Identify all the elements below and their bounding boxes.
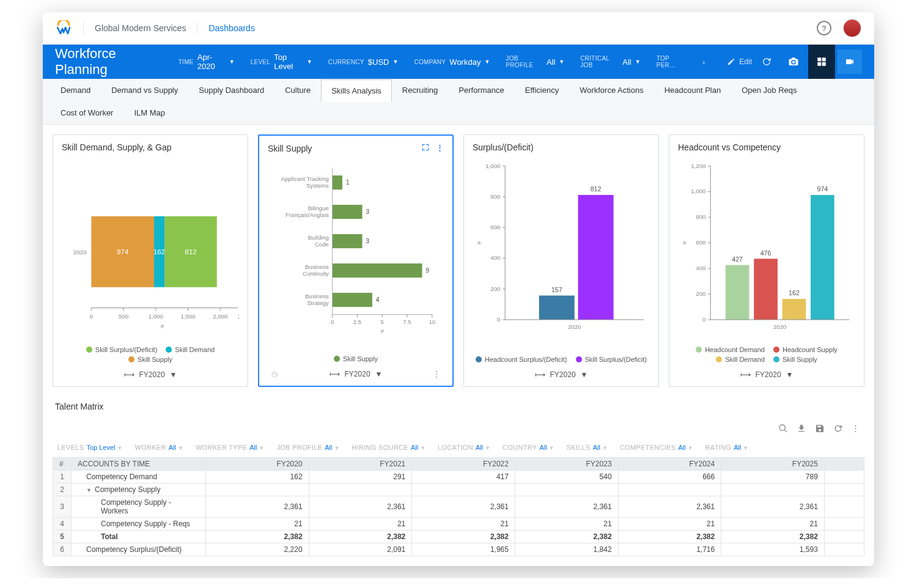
grid-view-button[interactable] [808,45,835,79]
svg-rect-49 [333,263,422,277]
matrix-filter-levels[interactable]: LEVELSTop Level▼ [57,444,122,451]
tab-ilm-map[interactable]: ILM Map [123,101,175,124]
svg-text:2020: 2020 [73,249,86,255]
card-footer-filter[interactable]: ⟼ FY2020 ▼ [678,367,855,383]
tab-headcount-plan[interactable]: Headcount Plan [654,79,732,101]
page-title: Workforce Planning [55,46,168,78]
svg-text:2020: 2020 [773,323,786,330]
svg-text:800: 800 [696,213,705,220]
svg-text:7.5: 7.5 [403,318,411,325]
tab-open-job-reqs[interactable]: Open Job Reqs [731,79,807,101]
filter-currency[interactable]: CURRENCY$USD▼ [328,57,399,67]
svg-text:Français/Anglais: Français/Anglais [285,211,329,218]
svg-text:162: 162 [153,248,165,255]
tab-workforce-actions[interactable]: Workforce Actions [569,79,654,101]
svg-rect-53 [333,293,372,307]
svg-text:1,200: 1,200 [691,163,705,169]
tab-performance[interactable]: Performance [448,79,514,101]
table-row[interactable]: 5Total2,3822,3822,3822,3822,3822,382 [53,531,864,543]
table-row[interactable]: 4Competency Supply - Reqs212121212121 [53,518,864,531]
tab-supply-dashboard[interactable]: Supply Dashboard [188,79,274,101]
matrix-filter-hiring-source[interactable]: HIRING SOURCEAll▼ [352,444,425,451]
svg-text:Business: Business [305,293,329,300]
tab-demand-vs-supply[interactable]: Demand vs Supply [101,79,188,101]
workday-logo[interactable] [55,20,72,37]
card-footer-filter[interactable]: ◷ ⟼ FY2020 ▼ ⋮ [268,366,444,382]
chart-grouped-bar[interactable]: 02004006008001,0001,200#4274761629742020 [678,157,855,340]
tab-cost-of-worker[interactable]: Cost of Worker [50,101,123,124]
refresh-icon[interactable] [833,424,843,435]
filter-level[interactable]: LEVELTop Level▼ [251,53,312,71]
svg-text:9: 9 [425,266,429,274]
search-icon[interactable] [778,424,788,435]
more-icon[interactable]: ⋮ [852,424,860,435]
matrix-filter-country[interactable]: COUNTRYAll▼ [503,444,554,451]
matrix-filter-competencies[interactable]: COMPETENCIESAll▼ [620,444,693,451]
tab-demand[interactable]: Demand [50,79,101,101]
svg-text:Bilingue: Bilingue [308,205,329,211]
matrix-filter-rating[interactable]: RATINGAll▼ [705,444,749,451]
tab-bar: DemandDemand vs SupplySupply DashboardCu… [43,79,874,125]
scroll-right-icon[interactable]: › [702,57,705,67]
tab-efficiency[interactable]: Efficiency [515,79,569,101]
tab-skills-analysis[interactable]: Skills Analysis [321,79,392,102]
legend-item: Skill Supply [128,356,172,363]
filter-critical-job[interactable]: CRITICAL JOBAll▼ [580,55,640,68]
clock-icon: ◷ [271,370,278,378]
matrix-table[interactable]: #ACCOUNTS BY TIMEFY2020FY2021FY2022FY202… [53,457,864,556]
matrix-filter-worker[interactable]: WORKERAll▼ [134,444,183,451]
separator [197,22,197,34]
more-icon[interactable]: ⋮ [433,370,440,378]
tab-recruiting[interactable]: Recruiting [392,79,449,101]
legend-item: Headcount Supply [773,346,838,353]
chart-horizontal-bar[interactable]: 02.557.510#Applicant TrackingSystems1Bil… [268,158,444,342]
avatar[interactable] [842,18,862,38]
matrix-filter-location[interactable]: LOCATIONAll▼ [438,444,490,451]
svg-text:3: 3 [366,237,369,244]
svg-text:200: 200 [490,285,500,292]
svg-text:#: # [476,241,482,244]
card-footer-filter[interactable]: ⟼ FY2020 ▼ [473,367,650,383]
table-row[interactable]: 1Competency Demand162291417540666789 [53,471,864,483]
refresh-button[interactable] [754,50,779,74]
filter-top-per-[interactable]: TOP PER… [657,55,691,68]
svg-rect-96 [783,299,806,320]
card-title: Skill Demand, Supply, & Gap [62,142,172,152]
svg-text:500: 500 [119,313,128,320]
export-icon[interactable] [797,424,806,435]
svg-text:157: 157 [551,286,562,293]
edit-button[interactable]: Edit [727,57,752,66]
save-icon[interactable] [815,424,825,435]
filter-job-profile[interactable]: JOB PROFILEAll▼ [506,55,564,68]
table-row[interactable]: 3Competency Supply - Workers2,3612,3612,… [53,496,864,518]
svg-text:476: 476 [760,249,772,257]
card-surplus-deficit: Surplus/(Deficit) 02004006008001,000#157… [463,134,659,387]
table-row[interactable]: 2▼Competency Supply [53,483,864,496]
tab-culture[interactable]: Culture [274,79,321,101]
nav-dashboards[interactable]: Dashboards [208,23,255,33]
chart-stacked-bar[interactable]: 05001,0001,5002,0002,...#2020974162812 [62,157,239,340]
video-button[interactable] [838,50,862,74]
legend-item: Skill Supply [334,355,378,362]
matrix-filter-job-profile[interactable]: JOB PROFILEAll▼ [276,444,339,451]
top-header: Global Modern Services Dashboards ? [43,12,874,45]
card-title: Surplus/(Deficit) [473,142,534,152]
table-row[interactable]: 6Competency Surplus/(Deficit)2,2202,0911… [53,543,864,556]
card-footer-filter[interactable]: ⟼ FY2020 ▼ [62,367,239,383]
more-icon[interactable]: ⋮ [436,143,444,153]
filter-time[interactable]: TIMEApr-2020▼ [179,53,235,71]
matrix-filter-worker-type[interactable]: WORKER TYPEAll▼ [196,444,265,451]
filter-company[interactable]: COMPANYWorkday▼ [414,57,490,67]
chart-grouped-bar[interactable]: 02004006008001,000#1578122020 [473,157,650,340]
svg-text:Continuity: Continuity [303,270,329,277]
filter-bar: Workforce Planning TIMEApr-2020▼LEVELTop… [43,45,874,79]
help-icon[interactable]: ? [817,21,831,35]
card-headcount-vs-competency: Headcount vs Competency 02004006008001,0… [669,134,864,387]
company-name: Global Modern Services [95,23,186,33]
camera-button[interactable] [781,50,806,74]
matrix-title: Talent Matrix [53,397,864,421]
matrix-filter-skills[interactable]: SKILLSAll▼ [567,444,608,451]
svg-text:10: 10 [429,318,435,325]
expand-icon[interactable] [421,143,430,153]
svg-rect-94 [754,259,778,320]
